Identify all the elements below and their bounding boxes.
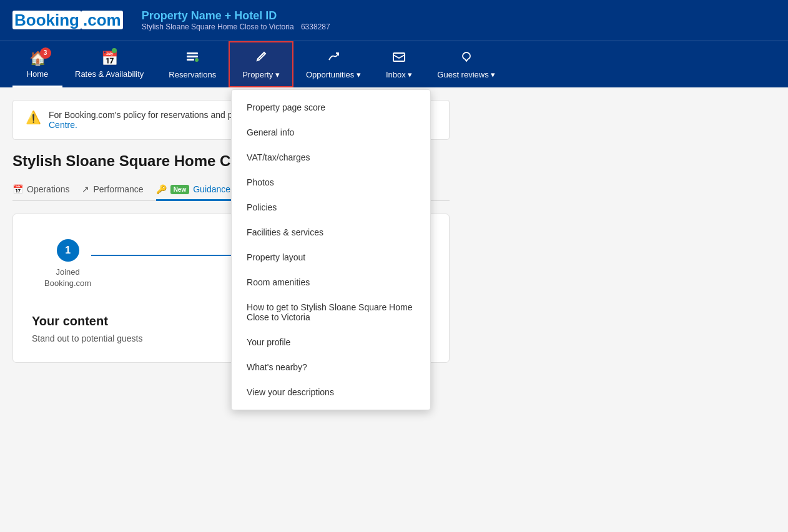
dropdown-item-amenities[interactable]: Room amenities <box>232 270 430 295</box>
sub-nav-performance[interactable]: ↗ Performance <box>82 179 143 201</box>
timeline-circle-1: 1 <box>57 239 79 262</box>
dropdown-item-profile[interactable]: Your profile <box>232 330 430 355</box>
dropdown-item-vat[interactable]: VAT/tax/charges <box>232 145 430 170</box>
svg-rect-0 <box>187 52 198 54</box>
home-icon: 🏠 3 <box>29 51 46 67</box>
reservations-icon <box>185 50 199 67</box>
nav-item-opportunities[interactable]: Opportunities ▾ <box>293 41 373 87</box>
rates-dot <box>112 48 117 53</box>
property-name-small: Stylish Sloane Square Home Close to Vict… <box>142 22 330 31</box>
sub-nav-operations[interactable]: 📅 Operations <box>12 179 69 201</box>
svg-rect-4 <box>393 53 405 61</box>
inbox-icon <box>392 50 406 67</box>
home-badge: 3 <box>40 47 51 59</box>
logo-tld: .com <box>81 11 123 29</box>
svg-rect-2 <box>187 59 194 61</box>
sub-nav-guidance[interactable]: 🔑 New Guidance (2) <box>156 179 244 201</box>
svg-rect-1 <box>187 56 198 57</box>
guest-reviews-icon <box>460 50 473 67</box>
timeline-line-1 <box>91 255 234 256</box>
property-name-big: Property Name + Hotel ID <box>142 9 330 22</box>
dropdown-item-layout[interactable]: Property layout <box>232 245 430 270</box>
operations-icon: 📅 <box>12 184 23 194</box>
nav-item-reservations[interactable]: Reservations <box>156 41 229 87</box>
nav-label-inbox: Inbox ▾ <box>386 70 412 79</box>
operations-label: Operations <box>27 184 69 194</box>
nav-item-home[interactable]: 🏠 3 Home <box>12 41 62 87</box>
nav-label-opportunities: Opportunities ▾ <box>306 70 361 79</box>
nav-label-home: Home <box>27 69 49 79</box>
nav-bar: 🏠 3 Home 📅 Rates & Availability Reservat… <box>0 41 788 87</box>
opportunities-icon <box>327 50 340 67</box>
booking-logo: Booking.com <box>12 11 123 30</box>
dropdown-item-general-info[interactable]: General info <box>232 120 430 145</box>
property-name-header: Property Name + Hotel ID Stylish Sloane … <box>142 9 330 31</box>
nav-item-rates[interactable]: 📅 Rates & Availability <box>62 41 156 87</box>
centre-link[interactable]: Centre. <box>49 120 77 130</box>
nav-label-rates: Rates & Availability <box>75 69 144 79</box>
dropdown-item-photos[interactable]: Photos <box>232 170 430 195</box>
dropdown-item-descriptions[interactable]: View your descriptions <box>232 380 430 405</box>
property-icon <box>254 50 268 67</box>
logo-brand: Booking <box>12 11 81 29</box>
dropdown-item-policies[interactable]: Policies <box>232 195 430 220</box>
logo-area[interactable]: Booking.com <box>12 11 123 30</box>
timeline-label-1: JoinedBooking.com <box>44 267 91 289</box>
nav-label-property: Property ▾ <box>242 70 280 79</box>
nav-item-inbox[interactable]: Inbox ▾ <box>373 41 425 87</box>
dropdown-item-page-score[interactable]: Property page score <box>232 95 430 120</box>
timeline-step-1: 1 JoinedBooking.com <box>44 239 91 289</box>
new-badge: New <box>170 185 190 194</box>
dropdown-item-how-to-get[interactable]: How to get to Stylish Sloane Square Home… <box>232 295 430 330</box>
top-header: Booking.com Property Name + Hotel ID Sty… <box>0 0 788 41</box>
nav-label-guest-reviews: Guest reviews ▾ <box>437 70 495 79</box>
hotel-id: 6338287 <box>301 22 330 31</box>
dropdown-item-nearby[interactable]: What's nearby? <box>232 355 430 380</box>
property-dropdown: Property page score General info VAT/tax… <box>231 89 431 410</box>
performance-icon: ↗ <box>82 184 89 194</box>
nav-label-reservations: Reservations <box>169 70 216 79</box>
dropdown-item-facilities[interactable]: Facilities & services <box>232 220 430 245</box>
property-name-small-text: Stylish Sloane Square Home Close to Vict… <box>142 22 294 31</box>
rates-icon: 📅 <box>101 51 118 67</box>
guidance-icon: 🔑 <box>156 184 167 194</box>
alert-icon: ⚠️ <box>26 110 41 125</box>
svg-point-3 <box>195 58 199 62</box>
nav-item-guest-reviews[interactable]: Guest reviews ▾ <box>425 41 508 87</box>
performance-label: Performance <box>93 184 143 194</box>
nav-item-property[interactable]: Property ▾ Property page score General i… <box>229 41 293 87</box>
